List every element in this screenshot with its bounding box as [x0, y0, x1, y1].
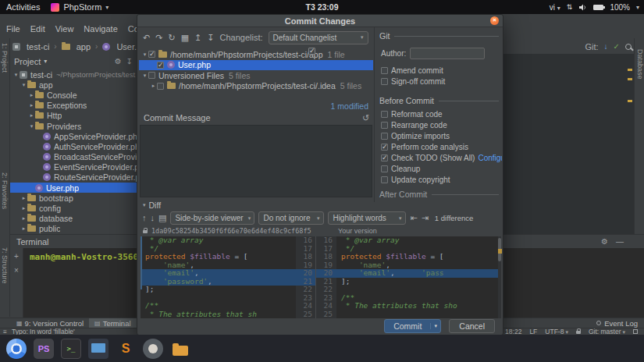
activities-button[interactable]: Activities	[6, 2, 40, 12]
breadcrumb-app[interactable]: app	[62, 42, 91, 51]
checkbox[interactable]	[381, 144, 388, 151]
diff-right-code[interactable]: */	[336, 245, 500, 254]
tree-item-test-ci[interactable]: ▾test-ci~/PhpstormProjects/test	[10, 69, 137, 80]
diff-right-code[interactable]: * @var array	[336, 236, 500, 245]
checkbox[interactable]	[381, 165, 388, 172]
diff-left-code[interactable]: /**	[141, 302, 296, 311]
diff-right-code[interactable]: * The attributes that sho	[336, 302, 500, 311]
diff-left-code[interactable]: 'password',	[141, 278, 296, 286]
diff-left-code[interactable]	[141, 294, 296, 303]
search-icon[interactable]	[625, 44, 632, 50]
error-stripe-mark[interactable]	[628, 100, 632, 102]
tree-item-authserviceprovider-php[interactable]: AuthServiceProvider.php	[10, 141, 137, 151]
checkbox[interactable]	[381, 122, 388, 129]
file-checkbox[interactable]	[157, 62, 164, 69]
tab-version-control[interactable]: ▦ 9: Version Control	[11, 318, 89, 328]
commit-file-home-manh-phpstormprojects-test-ci-app[interactable]: ▾/home/manh/PhpstormProjects/test-ci/app…	[139, 49, 373, 60]
diff-left-code[interactable]: 'name',	[141, 261, 296, 270]
event-log-button[interactable]: Event Log	[596, 319, 644, 328]
sublime-icon[interactable]: S	[116, 339, 136, 359]
network-icon[interactable]: ⇅	[567, 3, 573, 11]
commit-file-unversioned-files[interactable]: ▾Unversioned Files5 files	[139, 70, 373, 81]
jump-to-source-icon[interactable]: ▤	[158, 214, 166, 222]
phpstorm-icon[interactable]: PS	[34, 339, 54, 359]
tab-terminal[interactable]: ▤ Terminal	[89, 318, 136, 328]
diff-section-header[interactable]: ▾ Diff	[143, 201, 161, 210]
before-commit-option-update-copyright[interactable]: Update copyright	[381, 174, 502, 185]
tree-item-exceptions[interactable]: ▸Exceptions	[10, 101, 137, 111]
files-icon[interactable]	[170, 339, 190, 359]
before-commit-option-perform-code-analysis[interactable]: Perform code analysis	[381, 141, 502, 152]
chromium-icon[interactable]	[6, 339, 27, 359]
next-change-icon[interactable]: ↓	[151, 214, 155, 222]
expand-all-icon[interactable]: ↥	[194, 34, 201, 42]
diff-right-code[interactable]: /**	[336, 294, 500, 303]
tree-item-config[interactable]: ▸config	[10, 203, 137, 213]
git-commit-icon[interactable]: ✓	[614, 42, 620, 51]
file-checkbox[interactable]	[157, 83, 164, 90]
diff-right-code[interactable]	[336, 286, 500, 294]
background-tasks-icon[interactable]	[633, 329, 638, 334]
checkbox[interactable]	[381, 154, 388, 161]
volume-icon[interactable]	[578, 3, 587, 12]
diff-right-code[interactable]: ];	[336, 278, 500, 286]
diff-left-code[interactable]: protected $fillable = [	[141, 253, 296, 261]
redo-icon[interactable]: ↷	[155, 34, 162, 42]
tree-item-http[interactable]: ▸Http	[10, 111, 137, 121]
battery-percent[interactable]: 100%	[610, 3, 630, 12]
minimize-icon[interactable]: —	[616, 237, 624, 246]
dialog-titlebar[interactable]: Commit Changes ×	[137, 15, 503, 27]
error-stripe-mark[interactable]	[628, 69, 632, 71]
close-session-icon[interactable]: ×	[14, 266, 19, 275]
diff-left-code[interactable]: ];	[141, 286, 296, 294]
before-commit-option-reformat-code[interactable]: Reformat code	[381, 108, 502, 119]
highlight-select[interactable]: Highlight words▾	[328, 211, 406, 225]
tool-stripe-database[interactable]: Database	[636, 49, 644, 80]
collapse-unchanged-icon[interactable]: ⇤	[410, 214, 417, 222]
diff-right-code[interactable]: protected $fillable = [	[336, 253, 500, 261]
tree-item-console[interactable]: ▸Console	[10, 90, 137, 100]
project-panel-header[interactable]: Project ▾ ⚙ ↧	[10, 54, 137, 69]
previous-change-icon[interactable]: ↑	[142, 214, 147, 222]
lock-icon[interactable]	[576, 331, 581, 334]
undo-icon[interactable]: ↶	[143, 34, 150, 42]
commit-file-user-php[interactable]: User.php	[139, 60, 373, 71]
chevron-down-icon[interactable]: ▾	[636, 4, 639, 11]
checkbox[interactable]	[381, 176, 388, 183]
before-commit-option-check-todo-show-all[interactable]: Check TODO (Show All)Configure	[381, 152, 502, 163]
author-input[interactable]	[410, 48, 485, 59]
clock[interactable]: T3 23:09	[305, 2, 338, 12]
diff-right-code[interactable]: 'name',	[336, 261, 500, 270]
diff-left-code[interactable]: 'email',	[141, 269, 296, 278]
keyboard-layout-indicator[interactable]: vi ▾	[550, 3, 560, 12]
monitor-icon[interactable]	[88, 339, 109, 359]
tree-item-database[interactable]: ▸database	[10, 214, 137, 224]
settings-gear-icon[interactable]: ⚙	[115, 57, 122, 66]
tree-item-bootstrap[interactable]: ▸bootstrap	[10, 193, 137, 203]
group-by-icon[interactable]: ▦	[181, 34, 189, 42]
tool-stripe-2-favorites[interactable]: 2: Favorites	[1, 172, 9, 209]
synchronize-scrolling-icon[interactable]: ⇥	[422, 214, 429, 222]
git-option-sign-off-commit[interactable]: Sign-off commit	[381, 76, 502, 87]
refresh-icon[interactable]: ↻	[168, 34, 175, 42]
hide-panel-icon[interactable]: ↧	[126, 57, 133, 66]
viewer-select[interactable]: Side-by-side viewer▾	[170, 211, 254, 225]
before-commit-option-rearrange-code[interactable]: Rearrange code	[381, 119, 502, 130]
chevron-down-icon[interactable]: ▾	[430, 323, 440, 329]
collapse-all-icon[interactable]: ↧	[207, 34, 214, 42]
diff-left-code[interactable]: * @var array	[141, 236, 296, 245]
tree-item-providers[interactable]: ▾Providers	[10, 121, 137, 131]
checkbox[interactable]	[381, 78, 388, 85]
app-menu[interactable]: PhpStorm ▾	[51, 2, 109, 12]
ignore-select[interactable]: Do not ignore▾	[258, 211, 324, 225]
include-change-checkbox[interactable]	[308, 48, 315, 55]
tree-item-broadcastserviceprovide[interactable]: BroadcastServiceProvide	[10, 152, 137, 162]
file-checkbox[interactable]	[148, 51, 155, 58]
tree-item-appserviceprovider-php[interactable]: AppServiceProvider.php	[10, 131, 137, 141]
tree-item-app[interactable]: ▾app	[10, 80, 137, 90]
diff-left-code[interactable]: */	[141, 245, 296, 254]
checkbox[interactable]	[381, 111, 388, 118]
menu-file[interactable]: File	[6, 24, 20, 34]
diff-right-code[interactable]: 'email', 'pass	[336, 269, 500, 278]
message-history-icon[interactable]: ↺	[362, 113, 369, 123]
